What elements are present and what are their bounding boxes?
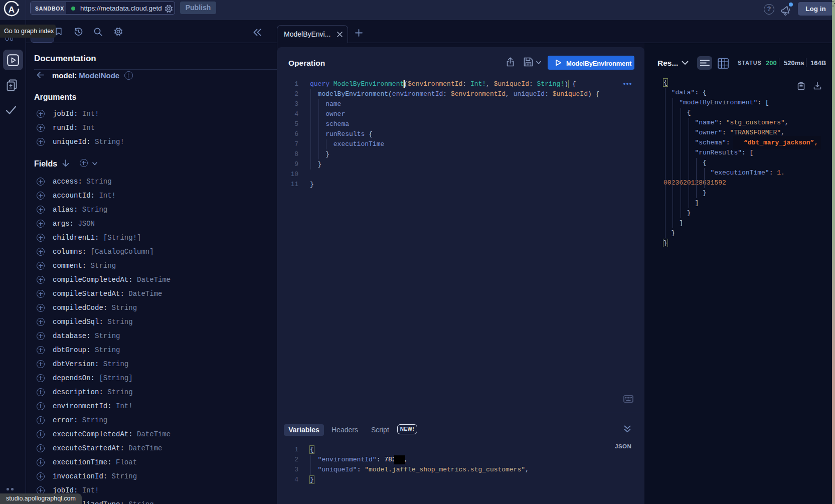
svg-text:A: A [9,5,15,15]
